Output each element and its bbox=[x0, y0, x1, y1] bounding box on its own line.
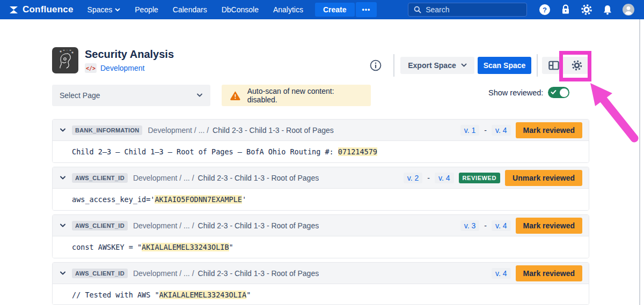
chevron-down-icon bbox=[196, 93, 203, 98]
space-avatar[interactable]: ***** bbox=[52, 47, 78, 73]
search-input[interactable]: Search bbox=[408, 3, 527, 17]
select-page-label: Select Page bbox=[60, 91, 100, 100]
svg-text:*: * bbox=[71, 51, 74, 56]
search-icon bbox=[414, 6, 421, 13]
svg-text:*: * bbox=[60, 50, 62, 55]
check-icon bbox=[551, 90, 557, 95]
version-badge-to[interactable]: v. 4 bbox=[492, 268, 511, 279]
notifications-bell-icon[interactable] bbox=[601, 3, 614, 17]
chevron-down-icon bbox=[461, 63, 467, 68]
space-settings-gear-icon[interactable] bbox=[567, 57, 587, 74]
header-divider bbox=[537, 54, 538, 77]
finding-type-badge: BANK_INFORMATION bbox=[72, 125, 142, 135]
detected-secret: AKIAIO5FODNN7EXAMPLE bbox=[155, 195, 242, 204]
expand-caret-icon[interactable] bbox=[59, 222, 67, 229]
version-badge-from[interactable]: v. 2 bbox=[404, 173, 423, 183]
finding-type-badge: AWS_CLIENT_ID bbox=[72, 173, 128, 183]
finding-actions: v. 2 - v. 4 REVIEWED Unmark reviewed bbox=[404, 170, 582, 186]
space-link-development[interactable]: Development bbox=[100, 64, 145, 72]
confluence-mark-icon bbox=[9, 5, 19, 15]
version-badge-from[interactable]: v. 1 bbox=[460, 125, 480, 136]
finding-code-snippet: const AWSKEY = "AKIALALEMEL33243OLIB" bbox=[53, 236, 589, 258]
detected-secret: AKIALALEMEL33243OLIB bbox=[142, 243, 229, 251]
view-settings-button-group bbox=[542, 57, 588, 74]
page-header: ***** Security Analysis </> Development bbox=[52, 47, 174, 73]
mark-reviewed-button[interactable]: Mark reviewed bbox=[516, 218, 583, 234]
finding-code-snippet: // Tested with AWS "AKIALALEMEL33243OLIA… bbox=[53, 284, 589, 305]
toggle-knob bbox=[560, 88, 568, 97]
unmark-reviewed-button[interactable]: Unmark reviewed bbox=[505, 170, 582, 186]
finding-code-snippet: aws_access_key_id='AKIAIO5FODNN7EXAMPLE' bbox=[53, 189, 589, 210]
finding-card: AWS_CLIENT_ID Development / ... / Child … bbox=[52, 167, 589, 211]
page-header-text: Security Analysis </> Development bbox=[85, 47, 174, 73]
version-separator: - bbox=[484, 221, 487, 230]
confluence-logo[interactable]: Confluence bbox=[9, 4, 74, 15]
mark-reviewed-button[interactable]: Mark reviewed bbox=[516, 265, 583, 281]
breadcrumb: Development / ... / Child 2-3 - Child 1-… bbox=[148, 126, 333, 135]
brand-name: Confluence bbox=[23, 4, 74, 15]
expand-caret-icon[interactable] bbox=[59, 127, 67, 134]
select-page-dropdown[interactable]: Select Page bbox=[52, 85, 210, 106]
show-reviewed-control: Show reviewed: bbox=[488, 87, 569, 98]
space-avatar-art: ***** bbox=[55, 50, 76, 71]
version-badge-from[interactable]: v. 3 bbox=[460, 220, 480, 231]
svg-text:*: * bbox=[66, 50, 68, 53]
page-title: Security Analysis bbox=[85, 48, 174, 61]
create-button[interactable]: Create bbox=[315, 3, 355, 17]
version-badge-to[interactable]: v. 4 bbox=[492, 220, 511, 231]
mark-reviewed-button[interactable]: Mark reviewed bbox=[516, 122, 583, 138]
svg-text:*: * bbox=[63, 50, 65, 54]
detected-secret: AKIALALEMEL33243OLIA bbox=[159, 291, 247, 299]
nav-item-spaces[interactable]: Spaces bbox=[87, 5, 121, 14]
warning-text: Auto-scan of new content: disabled. bbox=[247, 87, 364, 104]
finding-type-badge: AWS_CLIENT_ID bbox=[72, 269, 128, 278]
warning-icon bbox=[230, 91, 240, 100]
show-reviewed-toggle[interactable] bbox=[548, 87, 569, 98]
finding-header: AWS_CLIENT_ID Development / ... / Child … bbox=[53, 167, 589, 189]
finding-card: AWS_CLIENT_ID Development / ... / Child … bbox=[52, 262, 589, 305]
expand-caret-icon[interactable] bbox=[59, 270, 67, 277]
finding-card: AWS_CLIENT_ID Development / ... / Child … bbox=[52, 214, 589, 258]
header-divider bbox=[393, 54, 394, 77]
version-badge-to[interactable]: v. 4 bbox=[492, 125, 511, 136]
detected-secret: 071214579 bbox=[338, 147, 377, 156]
scan-space-button[interactable]: Scan Space bbox=[478, 57, 531, 74]
breadcrumb: Development / ... / Child 2-3 - Child 1-… bbox=[133, 221, 319, 230]
finding-card: BANK_INFORMATION Development / ... / Chi… bbox=[52, 119, 589, 163]
code-space-icon: </> bbox=[85, 63, 97, 73]
expand-caret-icon[interactable] bbox=[59, 174, 67, 182]
svg-text:?: ? bbox=[543, 6, 547, 14]
viewport-right-edge bbox=[639, 19, 640, 305]
nav-item-calendars[interactable]: Calendars bbox=[173, 5, 207, 14]
version-separator: - bbox=[427, 174, 430, 182]
user-avatar[interactable] bbox=[621, 3, 635, 17]
more-actions-button[interactable]: ••• bbox=[356, 2, 377, 17]
export-space-button[interactable]: Export Space bbox=[400, 57, 474, 74]
finding-header: BANK_INFORMATION Development / ... / Chi… bbox=[53, 120, 589, 141]
version-separator: - bbox=[484, 126, 487, 135]
finding-actions: v. 1 - v. 4 Mark reviewed bbox=[460, 122, 582, 138]
show-reviewed-label: Show reviewed: bbox=[488, 88, 543, 97]
chevron-down-icon bbox=[115, 8, 120, 12]
space-breadcrumb: </> Development bbox=[85, 63, 174, 73]
help-icon[interactable]: ? bbox=[538, 3, 552, 17]
finding-actions: v. 3 - v. 4 Mark reviewed bbox=[460, 218, 582, 234]
info-icon[interactable] bbox=[369, 59, 382, 72]
sidebar-layout-icon[interactable] bbox=[544, 57, 564, 74]
version-badge-to[interactable]: v. 4 bbox=[435, 173, 454, 183]
finding-type-badge: AWS_CLIENT_ID bbox=[72, 221, 128, 230]
nav-item-analytics[interactable]: Analytics bbox=[273, 5, 303, 14]
lock-icon[interactable] bbox=[559, 3, 573, 17]
nav-icon-group: ? bbox=[538, 3, 635, 17]
finding-actions: v. 4 Mark reviewed bbox=[492, 265, 582, 281]
settings-gear-icon[interactable] bbox=[580, 3, 594, 17]
finding-code-snippet: Child 2–3 – Child 1–3 – Root of Pages – … bbox=[53, 141, 589, 162]
nav-item-dbconsole[interactable]: DbConsole bbox=[222, 5, 259, 14]
autoscan-warning-banner: Auto-scan of new content: disabled. bbox=[222, 85, 371, 106]
annotation-arrow bbox=[585, 80, 644, 146]
finding-header: AWS_CLIENT_ID Development / ... / Child … bbox=[53, 263, 589, 284]
top-navigation-bar: Confluence Spaces People Calendars DbCon… bbox=[0, 0, 644, 19]
reviewed-status-badge: REVIEWED bbox=[459, 173, 500, 183]
finding-header: AWS_CLIENT_ID Development / ... / Child … bbox=[53, 215, 589, 236]
nav-item-people[interactable]: People bbox=[135, 5, 158, 14]
